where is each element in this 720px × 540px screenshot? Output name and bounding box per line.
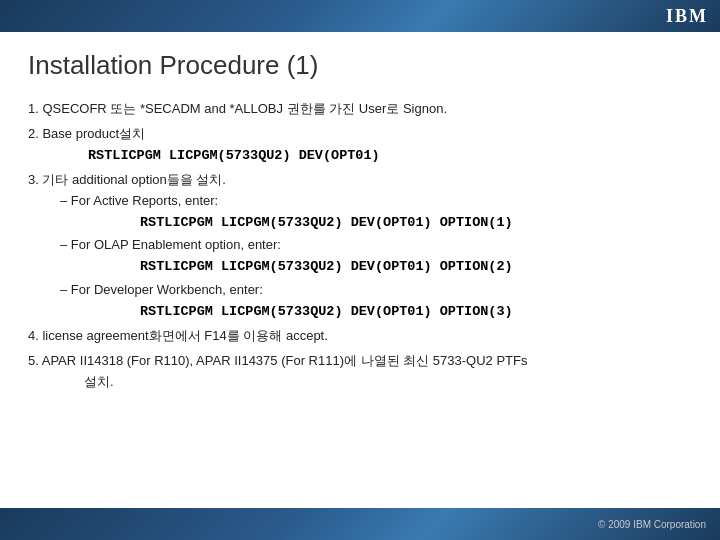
step-3-label: 3. 기타 additional option들을 설치. <box>28 172 226 187</box>
step-3-sub-3: – For Developer Workbench, enter: RSTLIC… <box>60 280 692 322</box>
step-4-label: 4. license agreement화면에서 F14를 이용해 accept… <box>28 328 328 343</box>
step-3-sub-2-desc: – For OLAP Enablement option, enter: <box>60 237 281 252</box>
content-body: 1. QSECOFR 또는 *SECADM and *ALLOBJ 권한를 가진… <box>28 99 692 393</box>
copyright-text: © 2009 IBM Corporation <box>598 519 706 530</box>
step-3-sub-1: – For Active Reports, enter: RSTLICPGM L… <box>60 191 692 233</box>
step-5: 5. APAR II14318 (For R110), APAR II14375… <box>28 351 692 393</box>
step-3-sub-3-code: RSTLICPGM LICPGM(5733QU2) DEV(OPT01) OPT… <box>140 301 692 323</box>
step-3-sub-3-desc: – For Developer Workbench, enter: <box>60 282 263 297</box>
ibm-logo: IBM <box>666 6 708 27</box>
step-3: 3. 기타 additional option들을 설치. – For Acti… <box>28 170 692 322</box>
bottom-banner: © 2009 IBM Corporation <box>0 508 720 540</box>
main-content: Installation Procedure (1) 1. QSECOFR 또는… <box>0 32 720 407</box>
step-2-code: RSTLICPGM LICPGM(5733QU2) DEV(OPT01) <box>88 145 692 167</box>
step-2-label: 2. Base product설치 <box>28 126 145 141</box>
step-5-label2: 설치. <box>84 372 692 393</box>
step-3-sub-1-desc: – For Active Reports, enter: <box>60 193 218 208</box>
top-banner: IBM <box>0 0 720 32</box>
step-1: 1. QSECOFR 또는 *SECADM and *ALLOBJ 권한를 가진… <box>28 99 692 120</box>
step-5-label: 5. APAR II14318 (For R110), APAR II14375… <box>28 353 527 368</box>
step-2: 2. Base product설치 RSTLICPGM LICPGM(5733Q… <box>28 124 692 166</box>
step-3-sub-1-code: RSTLICPGM LICPGM(5733QU2) DEV(OPT01) OPT… <box>140 212 692 234</box>
step-3-sub-2-code: RSTLICPGM LICPGM(5733QU2) DEV(OPT01) OPT… <box>140 256 692 278</box>
step-1-label: 1. QSECOFR 또는 *SECADM and *ALLOBJ 권한를 가진… <box>28 101 447 116</box>
step-4: 4. license agreement화면에서 F14를 이용해 accept… <box>28 326 692 347</box>
step-3-sub-2: – For OLAP Enablement option, enter: RST… <box>60 235 692 277</box>
page-title: Installation Procedure (1) <box>28 50 692 81</box>
